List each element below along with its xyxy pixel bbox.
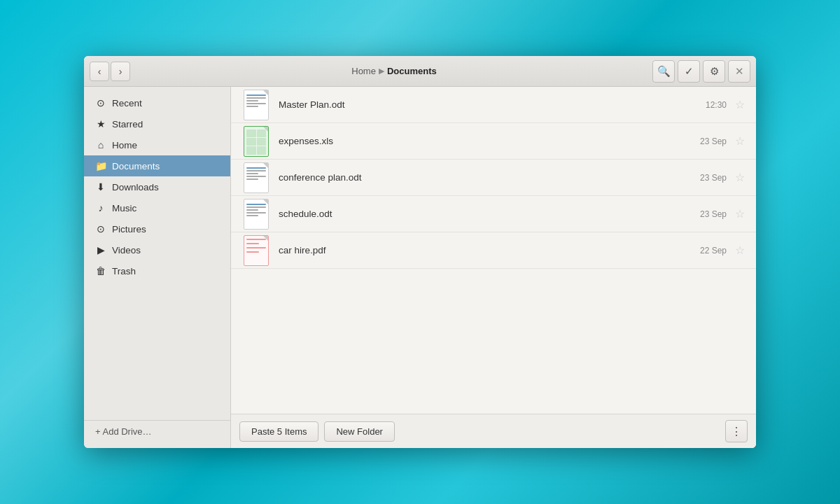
table-row[interactable]: conference plan.odt 23 Sep ☆ xyxy=(231,160,756,196)
recent-icon: ⊙ xyxy=(95,97,106,108)
sidebar-item-documents-label: Documents xyxy=(112,161,160,172)
new-folder-button[interactable]: New Folder xyxy=(324,421,394,442)
table-row[interactable]: Master Plan.odt 12:30 ☆ xyxy=(231,87,756,123)
file-date: 22 Sep xyxy=(700,246,727,255)
sidebar-item-documents[interactable]: 📁 Documents xyxy=(84,155,230,176)
gear-icon: ⚙ xyxy=(710,65,719,78)
file-list: Master Plan.odt 12:30 ☆ xyxy=(231,87,756,448)
odt-thumbnail xyxy=(244,199,269,230)
file-name: expenses.xls xyxy=(279,136,700,146)
file-date: 12:30 xyxy=(706,100,727,110)
more-options-button[interactable]: ⋮ xyxy=(725,420,748,442)
sidebar: ⊙ Recent ★ Starred ⌂ Home 📁 Documents ⬇ … xyxy=(84,87,231,448)
sidebar-item-pictures[interactable]: ⊙ Pictures xyxy=(84,218,230,239)
sidebar-item-starred-label: Starred xyxy=(112,119,143,130)
search-icon: 🔍 xyxy=(657,65,671,78)
sidebar-item-pictures-label: Pictures xyxy=(112,224,146,234)
trash-icon: 🗑 xyxy=(95,265,106,276)
table-row[interactable]: schedule.odt 23 Sep ☆ xyxy=(231,196,756,232)
file-date: 23 Sep xyxy=(700,136,727,146)
nav-buttons: ‹ › xyxy=(90,62,130,81)
pdf-thumbnail xyxy=(244,235,269,266)
sidebar-item-music[interactable]: ♪ Music xyxy=(84,197,230,218)
file-icon xyxy=(242,91,270,119)
close-button[interactable]: ✕ xyxy=(728,60,750,83)
sidebar-item-downloads-label: Downloads xyxy=(112,182,159,192)
sidebar-item-videos-label: Videos xyxy=(112,245,141,255)
back-button[interactable]: ‹ xyxy=(90,62,109,81)
sidebar-item-home[interactable]: ⌂ Home xyxy=(84,134,230,155)
add-drive-label: + Add Drive… xyxy=(95,426,152,437)
xls-thumbnail xyxy=(244,126,269,157)
check-icon: ✓ xyxy=(685,65,694,78)
file-icon xyxy=(242,164,270,192)
file-manager-window: ‹ › Home ▶ Documents 🔍 ✓ ⚙ ✕ xyxy=(84,56,756,448)
table-row[interactable]: car hire.pdf 22 Sep ☆ xyxy=(231,232,756,269)
bottom-bar: Paste 5 Items New Folder ⋮ xyxy=(231,414,756,448)
sidebar-item-trash-label: Trash xyxy=(112,266,136,276)
file-icon xyxy=(242,237,270,265)
breadcrumb-home[interactable]: Home xyxy=(351,66,376,76)
file-star-button[interactable]: ☆ xyxy=(735,98,745,111)
sidebar-item-trash[interactable]: 🗑 Trash xyxy=(84,260,230,281)
sidebar-item-videos[interactable]: ▶ Videos xyxy=(84,239,230,260)
settings-button[interactable]: ⚙ xyxy=(703,60,725,83)
forward-button[interactable]: › xyxy=(111,62,130,81)
file-name: Master Plan.odt xyxy=(279,99,706,110)
file-icon xyxy=(242,200,270,228)
file-items: Master Plan.odt 12:30 ☆ xyxy=(231,87,756,414)
file-star-button[interactable]: ☆ xyxy=(735,244,745,257)
file-icon xyxy=(242,127,270,155)
add-drive-button[interactable]: + Add Drive… xyxy=(95,426,219,437)
home-icon: ⌂ xyxy=(95,139,106,150)
music-icon: ♪ xyxy=(95,202,106,214)
paste-items-button[interactable]: Paste 5 Items xyxy=(239,421,318,442)
sidebar-item-recent[interactable]: ⊙ Recent xyxy=(84,92,230,113)
starred-icon: ★ xyxy=(95,118,106,130)
sidebar-item-starred[interactable]: ★ Starred xyxy=(84,113,230,134)
file-name: schedule.odt xyxy=(279,209,700,219)
file-star-button[interactable]: ☆ xyxy=(735,134,745,148)
content-area: ⊙ Recent ★ Starred ⌂ Home 📁 Documents ⬇ … xyxy=(84,87,756,448)
videos-icon: ▶ xyxy=(95,244,106,255)
odt-thumbnail xyxy=(244,162,269,193)
odt-thumbnail xyxy=(244,90,269,120)
search-button[interactable]: 🔍 xyxy=(652,60,675,83)
toolbar-actions: 🔍 ✓ ⚙ ✕ xyxy=(652,60,750,83)
close-icon: ✕ xyxy=(735,65,744,78)
breadcrumb-arrow: ▶ xyxy=(379,66,384,76)
file-star-button[interactable]: ☆ xyxy=(735,171,745,184)
sidebar-item-recent-label: Recent xyxy=(112,98,142,108)
table-row[interactable]: expenses.xls 23 Sep ☆ xyxy=(231,123,756,160)
titlebar: ‹ › Home ▶ Documents 🔍 ✓ ⚙ ✕ xyxy=(84,56,756,87)
downloads-icon: ⬇ xyxy=(95,181,106,192)
sidebar-item-music-label: Music xyxy=(112,203,136,214)
file-name: conference plan.odt xyxy=(279,172,700,183)
breadcrumb: Home ▶ Documents xyxy=(136,66,652,76)
more-icon: ⋮ xyxy=(731,425,742,438)
sidebar-bottom: + Add Drive… xyxy=(84,420,230,442)
check-button[interactable]: ✓ xyxy=(678,60,700,83)
file-name: car hire.pdf xyxy=(279,245,700,255)
documents-icon: 📁 xyxy=(95,160,106,172)
file-date: 23 Sep xyxy=(700,209,727,219)
sidebar-item-home-label: Home xyxy=(112,140,137,150)
breadcrumb-current: Documents xyxy=(387,66,437,76)
pictures-icon: ⊙ xyxy=(95,223,106,234)
sidebar-item-downloads[interactable]: ⬇ Downloads xyxy=(84,176,230,197)
file-date: 23 Sep xyxy=(700,173,727,183)
file-star-button[interactable]: ☆ xyxy=(735,207,745,220)
